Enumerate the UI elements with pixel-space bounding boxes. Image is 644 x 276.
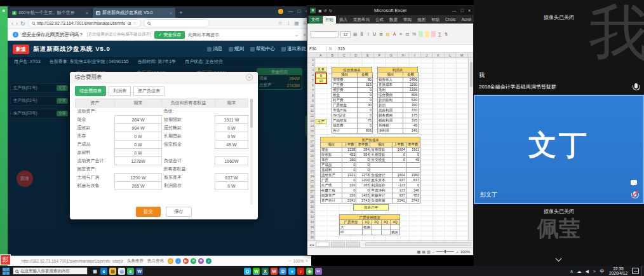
sim-nav-item-2[interactable]: 规则 <box>229 46 244 52</box>
cell[interactable]: 0 <box>392 158 406 163</box>
cell[interactable]: 应付账款 <box>162 124 215 132</box>
cell[interactable]: 息前利润 <box>378 108 403 113</box>
modal-tab-2[interactable]: 利润表 <box>109 86 131 96</box>
cell[interactable]: 1200 W <box>115 174 162 182</box>
cell[interactable]: 所有者权益: <box>162 165 215 174</box>
cell[interactable]: 994 <box>356 153 370 158</box>
row-header-25[interactable]: 25 <box>307 179 314 184</box>
undo-icon[interactable]: ↺ <box>324 7 327 14</box>
cell[interactable] <box>391 225 400 230</box>
cell[interactable]: 金额 <box>403 72 419 78</box>
cell[interactable]: 0 <box>358 123 373 128</box>
ribbon-tab-10[interactable]: Choic <box>443 16 459 24</box>
column-header-7[interactable]: G <box>386 53 398 57</box>
row-header-20[interactable]: 20 <box>307 154 314 159</box>
mic-muted-icon[interactable] <box>633 191 636 197</box>
cell[interactable]: 财务费用 <box>378 113 403 118</box>
column-header-5[interactable]: E <box>362 53 374 57</box>
save-button[interactable]: 保存 <box>166 207 192 217</box>
sheet-tab-3[interactable] <box>346 242 360 247</box>
scroll-down-chevron-icon[interactable] <box>556 256 562 262</box>
cell[interactable]: 厂房租金 <box>332 103 358 108</box>
favorite-star-icon[interactable]: ☆ <box>278 20 283 27</box>
download-manager-icon[interactable]: ↓ <box>175 258 181 264</box>
qq-icon[interactable]: Q <box>244 268 251 275</box>
a-cell-3[interactable]: 10 <box>316 78 326 83</box>
cell[interactable] <box>370 168 392 173</box>
save-password-button[interactable]: ✓安全保存 <box>154 31 185 39</box>
collapse-bar-icon[interactable]: ⌄ <box>295 32 299 38</box>
cell[interactable]: 320 <box>342 193 356 198</box>
cell[interactable]: 负债合计 <box>162 157 215 165</box>
cell[interactable]: 生产线 <box>321 183 342 188</box>
row-header-21[interactable]: 21 <box>307 159 314 164</box>
zoom-slider-knob[interactable] <box>445 250 446 253</box>
cell[interactable]: 2496 <box>403 78 419 83</box>
cell[interactable]: 2241 <box>342 198 356 204</box>
new-tab-button[interactable]: + <box>177 9 185 17</box>
cell[interactable]: 大 <box>340 225 363 230</box>
cell[interactable]: 637 <box>406 178 420 183</box>
browser-search-box[interactable] <box>144 19 210 27</box>
cell[interactable]: 3Q <box>381 220 391 225</box>
download-icon[interactable]: ↓ <box>286 20 291 27</box>
cell[interactable]: 265 W <box>115 182 162 190</box>
video-panel-self[interactable]: 摄像头已关闭 我 我 2018金融会计学基础周润书答疑群 <box>474 0 644 95</box>
cell[interactable] <box>363 230 372 235</box>
cell[interactable]: 1Q <box>363 220 372 225</box>
cell[interactable]: 权益合计 <box>370 193 392 198</box>
cell[interactable]: 0 <box>356 168 370 173</box>
zoom-out-button[interactable]: − <box>433 250 435 254</box>
row-header-9[interactable]: 9 <box>307 99 314 104</box>
cell[interactable]: 80 <box>358 78 373 83</box>
browser-360-logo-icon[interactable]: e <box>1 8 7 14</box>
cell[interactable]: ISO认证 <box>332 113 358 118</box>
row-header-31[interactable]: 31 <box>307 210 314 215</box>
cell[interactable]: 净利润 <box>378 128 403 134</box>
row-header-29[interactable]: 29 <box>307 200 314 205</box>
formula-value[interactable]: 315 <box>335 46 347 51</box>
show-desktop-button[interactable] <box>641 266 643 276</box>
a-cell-1[interactable]: 竞单 <box>316 67 326 72</box>
cell[interactable]: 637 <box>392 178 406 183</box>
game-center-icon[interactable]: ▶ <box>183 258 189 264</box>
cell[interactable]: 租金 <box>332 93 358 98</box>
cell[interactable]: 284 W <box>115 116 162 124</box>
border-icon[interactable]: ⊞ <box>379 31 383 37</box>
wps-icon[interactable]: W <box>271 268 278 275</box>
task-view-icon[interactable]: ▦ <box>91 268 98 275</box>
cell[interactable]: 固定资产: <box>76 165 115 174</box>
cell[interactable]: 资产 <box>76 99 115 107</box>
cell[interactable] <box>381 230 391 235</box>
forward-button[interactable]: › <box>16 20 18 27</box>
merge-icon[interactable]: ⊟ <box>405 31 410 37</box>
cell[interactable] <box>115 107 162 116</box>
cell[interactable]: 上年数 <box>392 142 406 148</box>
cell[interactable]: 806 <box>403 93 419 98</box>
row-header-6[interactable]: 6 <box>307 83 314 88</box>
row-header-26[interactable]: 26 <box>307 184 314 190</box>
cell[interactable]: 长期贷款 <box>370 153 392 158</box>
paste-icon[interactable]: ▤ <box>352 31 358 37</box>
chrome-browser-icon[interactable]: ◎ <box>118 268 125 275</box>
row-header-13[interactable]: 13 <box>307 119 314 124</box>
zoom-in-icon[interactable]: + <box>305 259 308 263</box>
browser-maximize-button[interactable]: □ <box>297 8 300 15</box>
cell[interactable]: 销售收入 <box>378 78 403 83</box>
percent-icon[interactable]: % <box>412 31 417 37</box>
cell[interactable]: 0 <box>342 178 356 183</box>
taskbar-search[interactable]: 在这里输入你要搜索的内容 <box>13 267 88 275</box>
cell[interactable]: 流动资产合计 <box>76 157 115 165</box>
cell[interactable]: 年度净利 <box>370 188 392 193</box>
column-header-8[interactable]: H <box>398 53 410 57</box>
mail-icon[interactable]: ✉ <box>191 258 196 264</box>
cell[interactable]: 160 <box>403 103 419 108</box>
cell[interactable]: 维护费 <box>332 88 358 93</box>
page-layout-view-icon[interactable]: ▤ <box>422 249 426 254</box>
cell[interactable] <box>372 225 381 230</box>
ribbon-tab-1[interactable]: 文件 <box>309 16 322 24</box>
column-header-11[interactable]: K <box>433 53 445 57</box>
a-cell-4[interactable]: 生产线 <box>316 119 326 124</box>
cell[interactable]: 转产费 <box>332 98 358 103</box>
row-header-22[interactable]: 22 <box>307 164 314 169</box>
